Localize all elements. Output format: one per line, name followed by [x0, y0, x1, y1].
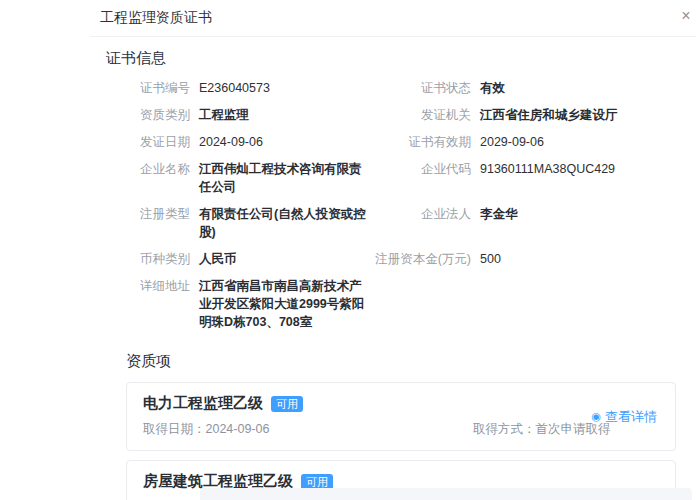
certificate-field: 注册类型 有限责任公司(自然人投资或控股) — [106, 205, 371, 241]
certificate-field: 发证机关 江西省住房和城乡建设厅 — [371, 106, 680, 124]
field-value: 工程监理 — [199, 106, 249, 124]
field-value: E236040573 — [199, 79, 270, 97]
field-label: 证书编号 — [106, 79, 190, 97]
field-value: 李金华 — [480, 205, 518, 223]
field-label: 币种类别 — [106, 250, 190, 268]
field-value: 江西省住房和城乡建设厅 — [480, 106, 618, 124]
field-label: 资质类别 — [106, 106, 190, 124]
certificate-field: 详细地址 江西省南昌市南昌高新技术产业开发区紫阳大道2999号紫阳明珠D栋703… — [106, 277, 371, 331]
certificate-info-grid: 证书编号 E236040573 证书状态 有效 资质类别 工程监理 发证机关 江… — [106, 79, 680, 340]
field-label: 发证机关 — [371, 106, 471, 124]
drawer-title: 工程监理资质证书 — [100, 9, 212, 27]
drawer-header: 工程监理资质证书 × — [90, 0, 696, 37]
qualification-section: 资质项 电力工程监理乙级 可用 取得日期：2024-09-06 取得方式：首次申… — [106, 352, 680, 500]
certificate-field: 证书状态 有效 — [371, 79, 680, 97]
field-label: 证书有效期 — [371, 133, 471, 151]
certificate-drawer: 工程监理资质证书 × 证书信息 证书编号 E236040573 证书状态 有效 … — [90, 0, 696, 500]
field-label: 详细地址 — [106, 277, 190, 295]
close-icon[interactable]: × — [676, 6, 696, 26]
field-label: 企业法人 — [371, 205, 471, 223]
certificate-field: 币种类别 人民币 — [106, 250, 371, 268]
field-label: 注册类型 — [106, 205, 190, 223]
field-label: 发证日期 — [106, 133, 190, 151]
certificate-field: 企业法人 李金华 — [371, 205, 680, 241]
field-value: 江西伟灿工程技术咨询有限责任公司 — [199, 160, 371, 196]
view-details-link[interactable]: ◉ 查看详情 — [591, 408, 657, 426]
drawer-body: 证书信息 证书编号 E236040573 证书状态 有效 资质类别 工程监理 发… — [90, 37, 696, 500]
qualification-info-row: 取得日期：2024-09-06 取得方式：首次申请取得 — [143, 421, 659, 438]
qualification-title-row: 电力工程监理乙级 可用 — [143, 394, 659, 413]
field-value: 91360111MA38QUC429 — [480, 160, 615, 178]
field-value: 有限责任公司(自然人投资或控股) — [199, 205, 371, 241]
certificate-field: 发证日期 2024-09-06 — [106, 133, 371, 151]
field-label: 注册资本金(万元) — [371, 250, 471, 268]
eye-icon: ◉ — [591, 411, 601, 422]
certificate-field: 企业名称 江西伟灿工程技术咨询有限责任公司 — [106, 160, 371, 196]
field-label: 证书状态 — [371, 79, 471, 97]
certificate-info-section-title: 证书信息 — [106, 49, 680, 68]
certificate-field: 注册资本金(万元) 500 — [371, 250, 680, 268]
field-label: 企业代码 — [371, 160, 471, 178]
qualification-card: 电力工程监理乙级 可用 取得日期：2024-09-06 取得方式：首次申请取得 … — [126, 382, 676, 451]
certificate-field: 企业代码 91360111MA38QUC429 — [371, 160, 680, 196]
page-background: 工程监理资质证书 × 证书信息 证书编号 E236040573 证书状态 有效 … — [0, 0, 696, 500]
field-value: 2029-09-06 — [480, 133, 544, 151]
view-details-label: 查看详情 — [605, 408, 657, 426]
field-value: 人民币 — [199, 250, 237, 268]
qualification-card-partial — [200, 488, 692, 500]
acquire-method: 取得方式：首次申请取得 — [473, 421, 611, 438]
certificate-field: 证书编号 E236040573 — [106, 79, 371, 97]
field-value: 500 — [480, 250, 501, 268]
certificate-field: 资质类别 工程监理 — [106, 106, 371, 124]
status-badge: 可用 — [271, 396, 303, 412]
field-value: 江西省南昌市南昌高新技术产业开发区紫阳大道2999号紫阳明珠D栋703、708室 — [199, 277, 371, 331]
certificate-field: 证书有效期 2029-09-06 — [371, 133, 680, 151]
qualification-name: 电力工程监理乙级 — [143, 394, 263, 413]
field-label: 企业名称 — [106, 160, 190, 178]
field-value: 有效 — [480, 79, 505, 97]
qualification-section-title: 资质项 — [126, 352, 676, 371]
acquire-date: 取得日期：2024-09-06 — [143, 421, 473, 438]
field-value: 2024-09-06 — [199, 133, 263, 151]
